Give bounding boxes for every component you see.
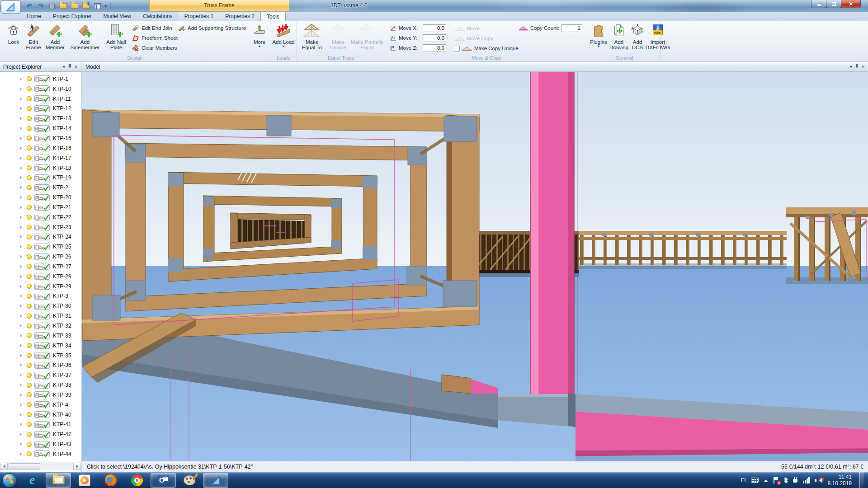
expand-arrow-icon[interactable] — [20, 334, 24, 338]
copy-count-input[interactable] — [561, 24, 582, 32]
expand-arrow-icon[interactable] — [20, 196, 24, 199]
expand-arrow-icon[interactable] — [20, 452, 24, 456]
expand-arrow-icon[interactable] — [20, 422, 24, 426]
show-desktop-button[interactable] — [859, 472, 864, 488]
expand-arrow-icon[interactable] — [20, 107, 24, 110]
visibility-bulb-icon[interactable] — [27, 235, 32, 239]
visibility-bulb-icon[interactable] — [27, 422, 32, 427]
visibility-bulb-icon[interactable] — [27, 185, 32, 190]
tree-item[interactable]: KTP-2 — [0, 183, 81, 192]
tree-item[interactable]: KTP-16 — [0, 143, 81, 153]
tree-item[interactable]: KTP-42 — [0, 429, 81, 439]
expand-arrow-icon[interactable] — [20, 117, 24, 120]
visibility-bulb-icon[interactable] — [27, 225, 32, 230]
expand-arrow-icon[interactable] — [20, 136, 24, 140]
visibility-bulb-icon[interactable] — [27, 314, 32, 319]
expand-arrow-icon[interactable] — [20, 235, 24, 239]
tree-item[interactable]: KTP-39 — [0, 390, 81, 400]
tree-item[interactable]: KTP-30 — [0, 301, 81, 311]
expand-arrow-icon[interactable] — [20, 87, 24, 91]
panel-menu-button[interactable]: ▾ — [63, 65, 65, 69]
visibility-bulb-icon[interactable] — [27, 136, 32, 141]
visibility-bulb-icon[interactable] — [27, 175, 32, 180]
checkbox-icon[interactable] — [454, 46, 460, 52]
start-button[interactable] — [0, 472, 19, 488]
tree-item[interactable]: KTP-41 — [0, 420, 81, 430]
visibility-bulb-icon[interactable] — [27, 264, 32, 269]
undo-button[interactable]: ↶ — [25, 2, 33, 10]
visibility-bulb-icon[interactable] — [27, 432, 32, 437]
edit-end-join-button[interactable]: Edit End Join — [132, 23, 172, 33]
expand-arrow-icon[interactable] — [20, 304, 24, 308]
visibility-bulb-icon[interactable] — [27, 373, 32, 378]
move-copy-button[interactable]: Move Copy — [455, 34, 493, 43]
visibility-bulb-icon[interactable] — [27, 274, 32, 279]
expand-arrow-icon[interactable] — [20, 77, 24, 81]
make-unique-button[interactable]: Make Unique — [326, 23, 350, 51]
visibility-bulb-icon[interactable] — [27, 402, 32, 407]
expand-arrow-icon[interactable] — [20, 324, 24, 328]
lock-button[interactable]: Lock — [4, 23, 24, 51]
model-close-button[interactable]: × — [862, 64, 865, 70]
app-menu-button[interactable] — [1, 0, 21, 14]
move-x-input[interactable] — [423, 24, 446, 32]
expand-arrow-icon[interactable] — [20, 363, 24, 367]
visibility-bulb-icon[interactable] — [27, 155, 32, 160]
visibility-bulb-icon[interactable] — [27, 392, 32, 397]
expand-arrow-icon[interactable] — [20, 354, 24, 357]
panel-close-button[interactable]: × — [75, 64, 78, 70]
visibility-bulb-icon[interactable] — [27, 333, 32, 338]
expand-arrow-icon[interactable] — [20, 176, 24, 179]
add-member-button[interactable]: Add Member — [43, 23, 67, 51]
dropbox-button[interactable] — [784, 478, 788, 483]
layout-button[interactable] — [93, 2, 101, 10]
tree-item[interactable]: KTP-20 — [0, 192, 81, 202]
visibility-bulb-icon[interactable] — [27, 126, 32, 131]
explorer-horizontal-scrollbar[interactable] — [0, 462, 81, 470]
visibility-bulb-icon[interactable] — [27, 363, 32, 368]
expand-arrow-icon[interactable] — [20, 186, 24, 189]
edit-frame-button[interactable]: Edit Frame — [24, 23, 43, 51]
tree-item[interactable]: KTP-38 — [0, 380, 81, 390]
expand-arrow-icon[interactable] — [20, 225, 24, 229]
add-drawing-button[interactable]: Add Drawing — [608, 23, 630, 51]
model-3d-viewport[interactable] — [82, 72, 868, 461]
tree-item[interactable]: KTP-27 — [0, 262, 81, 272]
tree-item[interactable]: KTP-14 — [0, 123, 81, 133]
power-button[interactable] — [793, 477, 798, 483]
tree-item[interactable]: KTP-28 — [0, 272, 81, 282]
scroll-left-button[interactable] — [0, 463, 8, 470]
taskbar-media-player-button[interactable] — [72, 473, 97, 488]
taskbar-firefox-button[interactable] — [98, 473, 123, 488]
taskbar-chrome-button[interactable] — [124, 473, 150, 488]
restore-button[interactable] — [826, 0, 841, 8]
visibility-bulb-icon[interactable] — [27, 294, 32, 299]
model-menu-button[interactable]: ▾ — [850, 65, 852, 69]
move-y-input[interactable] — [423, 34, 446, 42]
expand-arrow-icon[interactable] — [20, 403, 24, 407]
expand-arrow-icon[interactable] — [20, 285, 24, 288]
tree-item[interactable]: KTP-36 — [0, 360, 81, 370]
tree-item[interactable]: KTP-10 — [0, 84, 81, 94]
visibility-bulb-icon[interactable] — [27, 412, 32, 417]
tree-item[interactable]: KTP-31 — [0, 311, 81, 321]
taskbar-3dtrussme-button[interactable] — [203, 473, 228, 488]
expand-arrow-icon[interactable] — [20, 265, 24, 268]
visibility-bulb-icon[interactable] — [27, 215, 32, 220]
network-button[interactable] — [803, 477, 810, 483]
tree-item[interactable]: KTP-23 — [0, 222, 81, 232]
tree-item[interactable]: KTP-21 — [0, 202, 81, 212]
taskbar-outlook-button[interactable]: O — [151, 473, 176, 488]
expand-arrow-icon[interactable] — [20, 216, 24, 219]
add-sidemember-button[interactable]: Add Sidemember — [67, 23, 103, 51]
visibility-bulb-icon[interactable] — [27, 244, 32, 249]
make-copy-unique-checkbox[interactable]: Make Copy Unique — [454, 44, 519, 53]
tab-properties-1[interactable]: Properties 1 — [179, 12, 220, 21]
visibility-bulb-icon[interactable] — [27, 324, 32, 328]
scroll-right-button[interactable] — [73, 463, 81, 470]
tree-item[interactable]: KTP-44 — [0, 449, 81, 459]
visibility-bulb-icon[interactable] — [27, 96, 32, 101]
tab-project-explorer[interactable]: Project Explorer — [47, 12, 97, 21]
expand-arrow-icon[interactable] — [20, 97, 24, 101]
tree-item[interactable]: KTP-33 — [0, 331, 81, 341]
